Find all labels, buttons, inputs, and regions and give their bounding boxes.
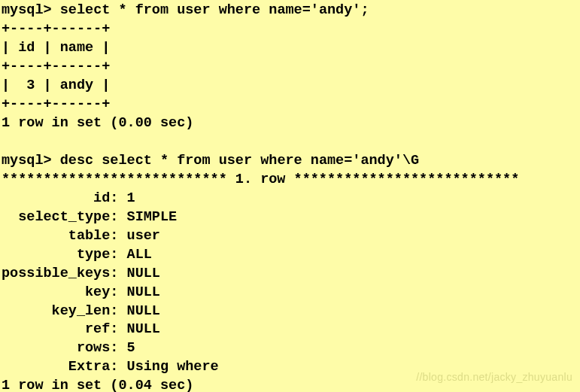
prompt: mysql>: [2, 2, 52, 18]
explain-key: key: NULL: [2, 284, 160, 300]
table-header: | id | name |: [2, 40, 110, 56]
table-row: | 3 | andy |: [2, 77, 110, 93]
explain-select-type: select_type: SIMPLE: [2, 209, 177, 225]
explain-key-len: key_len: NULL: [2, 303, 160, 319]
result-summary-2: 1 row in set (0.04 sec): [2, 378, 193, 392]
explain-table: table: user: [2, 228, 160, 244]
sql-query-2: desc select * from user where name='andy…: [60, 153, 419, 169]
explain-ref: ref: NULL: [2, 321, 160, 337]
row-banner: *************************** 1. row *****…: [2, 172, 519, 187]
prompt: mysql>: [2, 153, 52, 169]
table-divider: +----+------+: [2, 21, 110, 37]
explain-id: id: 1: [2, 190, 135, 206]
explain-rows: rows: 5: [2, 340, 135, 356]
watermark: //blog.csdn.net/jacky_zhuyuanlu: [416, 370, 572, 384]
result-summary-1: 1 row in set (0.00 sec): [2, 115, 193, 131]
sql-query-1: select * from user where name='andy';: [60, 2, 369, 18]
explain-type: type: ALL: [2, 247, 152, 263]
explain-possible-keys: possible_keys: NULL: [2, 266, 160, 281]
terminal-output: mysql> select * from user where name='an…: [0, 0, 580, 392]
table-divider: +----+------+: [2, 59, 110, 74]
table-divider: +----+------+: [2, 96, 110, 112]
explain-extra: Extra: Using where: [2, 359, 219, 375]
